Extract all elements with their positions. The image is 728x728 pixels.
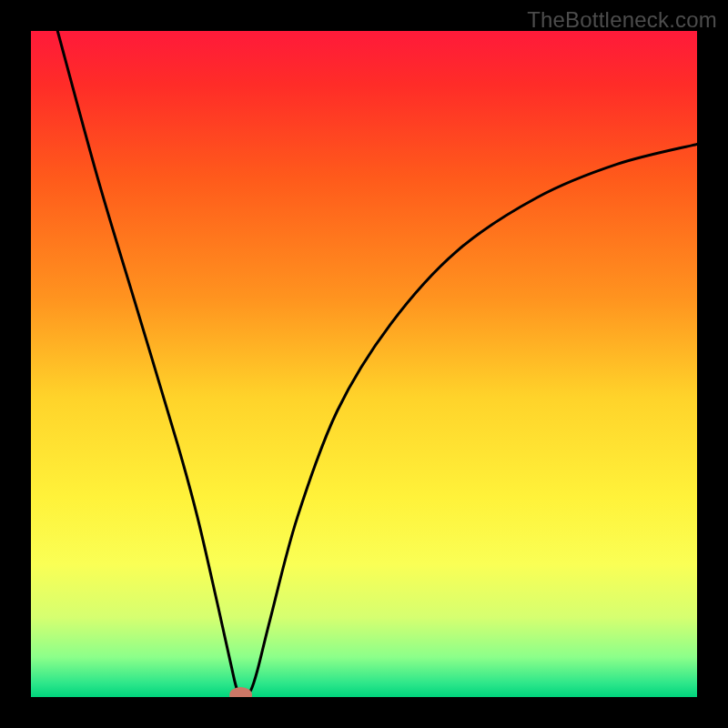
plot-area (31, 31, 697, 697)
chart-frame: TheBottleneck.com (0, 0, 728, 728)
watermark-label: TheBottleneck.com (527, 7, 717, 33)
bottleneck-chart (31, 31, 697, 697)
